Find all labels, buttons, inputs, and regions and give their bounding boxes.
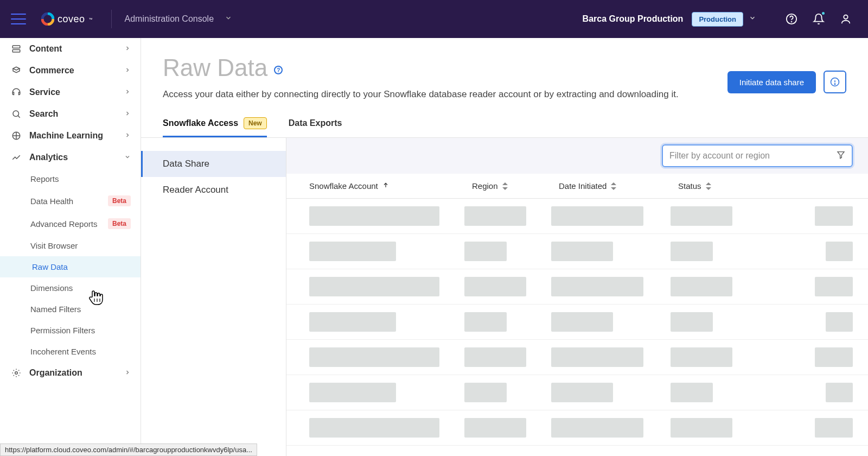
subnav-incoherent-events[interactable]: Incoherent Events — [0, 341, 141, 362]
skeleton — [464, 242, 507, 261]
skeleton — [551, 418, 643, 438]
skeleton — [464, 277, 526, 296]
notifications-icon[interactable] — [807, 8, 830, 30]
sort-asc-icon — [382, 181, 389, 191]
trademark: ™ — [89, 17, 93, 21]
beta-badge: Beta — [108, 218, 131, 229]
nav-service[interactable]: Service — [0, 81, 141, 103]
subnav-permission-filters[interactable]: Permission Filters — [0, 320, 141, 341]
subnav-named-filters[interactable]: Named Filters — [0, 299, 141, 320]
svg-marker-23 — [706, 182, 711, 185]
filter-icon[interactable] — [837, 150, 845, 161]
nav-label: Analytics — [29, 153, 68, 162]
tab-data-exports[interactable]: Data Exports — [289, 111, 342, 137]
skeleton — [551, 277, 643, 296]
initiate-data-share-button[interactable]: Initiate data share — [727, 71, 816, 93]
title-help-icon[interactable]: ? — [274, 66, 283, 74]
skeleton — [464, 312, 507, 332]
skeleton — [671, 347, 732, 367]
subnav-advanced-reports[interactable]: Advanced ReportsBeta — [0, 212, 141, 235]
subnav-data-share[interactable]: Data Share — [141, 151, 286, 177]
chevron-right-icon — [124, 44, 131, 54]
col-status[interactable]: Status — [678, 181, 765, 191]
console-label: Administration Console — [125, 14, 214, 24]
table-row — [286, 269, 868, 305]
environment-dropdown-icon[interactable] — [749, 14, 756, 24]
subnav-raw-data[interactable]: Raw Data — [0, 256, 141, 277]
organization-icon — [10, 368, 23, 378]
svg-point-16 — [834, 84, 835, 85]
nav-machine-learning[interactable]: Machine Learning — [0, 125, 141, 147]
table-row — [286, 375, 868, 410]
subnav-dimensions[interactable]: Dimensions — [0, 277, 141, 299]
svg-marker-17 — [838, 152, 844, 159]
skeleton — [826, 242, 853, 261]
chevron-right-icon — [124, 87, 131, 97]
environment-badge[interactable]: Production — [692, 12, 743, 27]
svg-marker-19 — [502, 182, 508, 185]
org-name: Barca Group Production — [583, 14, 684, 24]
svg-point-5 — [13, 111, 19, 117]
chevron-right-icon — [124, 368, 131, 378]
filter-input[interactable] — [669, 145, 837, 166]
nav-label: Search — [29, 109, 58, 119]
nav-content[interactable]: Content — [0, 38, 141, 60]
skeleton — [671, 206, 732, 226]
skeleton — [826, 383, 853, 402]
chevron-right-icon — [124, 109, 131, 119]
col-region[interactable]: Region — [472, 181, 559, 191]
subnav-reports[interactable]: Reports — [0, 168, 141, 189]
svg-point-2 — [844, 15, 847, 19]
content-icon — [10, 44, 23, 54]
nav-organization[interactable]: Organization — [0, 362, 141, 384]
page-title: Raw Data — [163, 54, 267, 81]
divider — [111, 10, 112, 28]
console-dropdown-icon[interactable] — [225, 14, 232, 24]
sort-icon — [706, 182, 711, 190]
help-icon[interactable] — [780, 8, 803, 30]
skeleton — [815, 418, 853, 438]
col-date-initiated[interactable]: Date Initiated — [559, 181, 678, 191]
notification-dot — [821, 11, 826, 16]
svg-marker-21 — [611, 182, 616, 185]
nav-commerce[interactable]: Commerce — [0, 60, 141, 81]
tabs: Snowflake Access New Data Exports — [141, 111, 868, 138]
brand-logo[interactable]: coveo™ — [41, 12, 93, 26]
filter-input-wrap[interactable] — [662, 144, 853, 167]
browser-status-bar: https://platform.cloud.coveo.com/admin/#… — [0, 444, 257, 456]
tab-snowflake-access[interactable]: Snowflake Access New — [163, 111, 267, 137]
svg-point-1 — [792, 22, 792, 22]
skeleton — [671, 242, 713, 261]
svg-rect-4 — [12, 50, 20, 53]
skeleton — [464, 418, 526, 438]
commerce-icon — [10, 66, 23, 75]
sort-icon — [502, 182, 508, 190]
col-snowflake-account[interactable]: Snowflake Account — [309, 181, 472, 191]
skeleton — [464, 383, 507, 402]
nav-analytics[interactable]: Analytics — [0, 147, 141, 168]
user-profile-icon[interactable] — [834, 8, 857, 30]
new-badge: New — [244, 117, 267, 129]
subnav-visit-browser[interactable]: Visit Browser — [0, 235, 141, 256]
skeleton — [826, 312, 853, 332]
skeleton — [309, 418, 439, 438]
chevron-right-icon — [124, 66, 131, 75]
nav-label: Content — [29, 44, 62, 54]
skeleton — [671, 383, 713, 402]
nav-search[interactable]: Search — [0, 103, 141, 125]
sidebar: Content Commerce Service Search Machine … — [0, 38, 141, 456]
skeleton — [464, 347, 526, 367]
info-button[interactable] — [824, 71, 846, 93]
subnav-reader-account[interactable]: Reader Account — [141, 177, 286, 203]
skeleton — [309, 277, 439, 296]
nav-label: Machine Learning — [29, 131, 103, 141]
nav-label: Commerce — [29, 66, 74, 75]
table-body — [286, 199, 868, 456]
menu-toggle-icon[interactable] — [11, 14, 26, 24]
coveo-logo-icon — [41, 12, 54, 26]
top-header: coveo™ Administration Console Barca Grou… — [0, 0, 868, 38]
table-area: Snowflake Account Region Date Initiated … — [286, 138, 868, 456]
chevron-right-icon — [124, 131, 131, 141]
subnav-data-health[interactable]: Data HealthBeta — [0, 189, 141, 212]
skeleton — [309, 242, 396, 261]
